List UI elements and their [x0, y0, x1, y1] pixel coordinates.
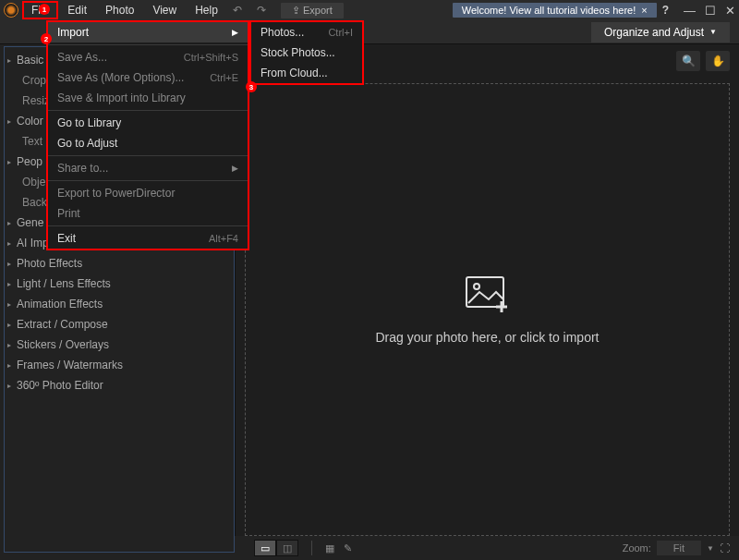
export-button[interactable]: ⇪ Export [281, 3, 344, 18]
mode-label: Organize and Adjust [604, 26, 704, 39]
sidebar-group-extract[interactable]: Extract / Compose [0, 314, 235, 335]
help-icon[interactable]: ? [662, 4, 669, 17]
app-logo-icon [4, 3, 18, 18]
sidebar-group-360[interactable]: 360º Photo Editor [0, 375, 235, 396]
menu-photo[interactable]: Photo [96, 1, 143, 19]
sidebar-group-animation[interactable]: Animation Effects [0, 294, 235, 314]
welcome-text: Welcome! View all tutorial videos here! [462, 5, 636, 16]
dd-go-library[interactable]: Go to Library [48, 113, 248, 133]
svg-rect-0 [466, 277, 503, 307]
welcome-banner[interactable]: Welcome! View all tutorial videos here! … [453, 3, 657, 18]
dd-save-import[interactable]: Save & Import into Library [48, 88, 248, 108]
sidebar-group-stickers[interactable]: Stickers / Overlays [0, 335, 235, 355]
svg-point-1 [474, 284, 479, 289]
dd-saveas-more[interactable]: Save As (More Options)...Ctrl+E [48, 67, 248, 88]
sub-cloud[interactable]: From Cloud... [251, 63, 362, 83]
zoom-label: Zoom: [623, 542, 651, 554]
file-dropdown: Import▶ Save As...Ctrl+Shift+S Save As (… [46, 20, 249, 250]
dd-saveas[interactable]: Save As...Ctrl+Shift+S [48, 47, 248, 67]
dd-share[interactable]: Share to...▶ [48, 158, 248, 178]
titlebar: File Edit Photo View Help ↶ ↷ ⇪ Export W… [0, 0, 739, 20]
submenu-arrow-icon: ▶ [232, 164, 238, 173]
dd-import[interactable]: Import▶ [48, 22, 248, 43]
annotation-badge-2: 2 [41, 33, 52, 44]
fullscreen-icon[interactable]: ⛶ [720, 542, 730, 554]
sidebar-group-frames[interactable]: Frames / Watermarks [0, 355, 235, 375]
close-icon[interactable]: × [641, 5, 647, 16]
sub-stock[interactable]: Stock Photos... [251, 43, 362, 63]
dd-exit[interactable]: ExitAlt+F4 [48, 228, 248, 249]
grid-icon[interactable]: ▦ [325, 542, 334, 554]
drop-zone[interactable]: Drag your photo here, or click to import [245, 83, 730, 536]
minimize-icon[interactable]: — [684, 4, 696, 18]
zoom-tool-icon[interactable]: 🔍 [676, 51, 700, 71]
menu-edit[interactable]: Edit [58, 1, 96, 19]
dd-go-adjust[interactable]: Go to Adjust [48, 133, 248, 153]
menu-help[interactable]: Help [186, 1, 227, 19]
redo-icon[interactable]: ↷ [251, 4, 272, 17]
brush-icon[interactable]: ✎ [344, 542, 352, 554]
annotation-badge-1: 1 [39, 4, 50, 15]
chevron-down-icon: ▼ [709, 28, 717, 36]
annotation-badge-3: 3 [246, 81, 257, 92]
canvas-area: 🔍 ✋ Drag your photo here, or click to im… [236, 44, 739, 536]
view-single-icon[interactable]: ▭ [254, 540, 276, 556]
view-mode-buttons: ▭ ◫ [254, 540, 298, 556]
maximize-icon[interactable]: ☐ [705, 4, 716, 18]
zoom-control: Zoom: Fit ▼ ⛶ [623, 541, 730, 555]
zoom-value[interactable]: Fit [657, 541, 701, 555]
pan-tool-icon[interactable]: ✋ [706, 51, 730, 71]
menu-view[interactable]: View [143, 1, 186, 19]
mode-dropdown[interactable]: Organize and Adjust ▼ [591, 22, 730, 43]
undo-redo-group: ↶ ↷ [227, 4, 272, 17]
dd-print[interactable]: Print [48, 203, 248, 224]
dd-export-pd[interactable]: Export to PowerDirector [48, 183, 248, 203]
menubar: File Edit Photo View Help [22, 1, 227, 19]
statusbar: ▭ ◫ ▦ ✎ Zoom: Fit ▼ ⛶ [0, 536, 739, 560]
image-import-icon [465, 275, 511, 317]
chevron-down-icon[interactable]: ▼ [707, 544, 714, 553]
drop-text: Drag your photo here, or click to import [376, 330, 600, 345]
undo-icon[interactable]: ↶ [227, 4, 248, 17]
window-controls: — ☐ ✕ [684, 4, 735, 18]
close-window-icon[interactable]: ✕ [725, 4, 735, 18]
sidebar-group-light[interactable]: Light / Lens Effects [0, 274, 235, 294]
view-split-icon[interactable]: ◫ [276, 540, 298, 556]
import-submenu: Photos...Ctrl+I Stock Photos... From Clo… [249, 20, 364, 85]
sub-photos[interactable]: Photos...Ctrl+I [251, 22, 362, 43]
sidebar-group-effects[interactable]: Photo Effects [0, 253, 235, 274]
submenu-arrow-icon: ▶ [232, 28, 238, 37]
